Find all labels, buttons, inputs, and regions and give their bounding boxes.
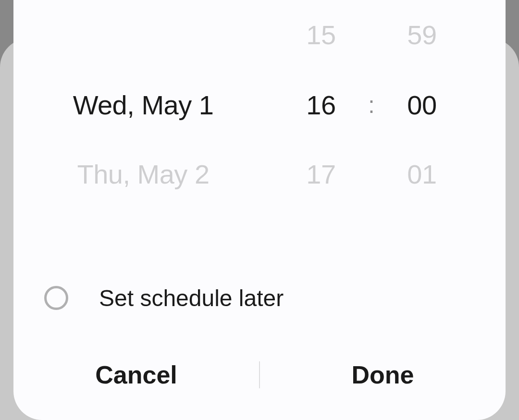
datetime-picker-sheet: 15 59 Wed, May 1 16 : 00 Thu, May 2 17 0… (13, 0, 506, 420)
minute-selected: 00 (407, 90, 436, 120)
minute-next: 01 (407, 159, 436, 189)
picker-row-prev[interactable]: 15 59 (13, 0, 506, 69)
picker-row-next[interactable]: Thu, May 2 17 01 (13, 139, 506, 209)
picker-row-selected: Wed, May 1 16 : 00 (13, 70, 506, 139)
schedule-later-label: Set schedule later (99, 285, 284, 311)
hour-selected: 16 (306, 90, 335, 120)
date-next: Thu, May 2 (77, 159, 209, 189)
date-selected: Wed, May 1 (73, 90, 214, 120)
datetime-wheel[interactable]: 15 59 Wed, May 1 16 : 00 Thu, May 2 17 0… (13, 0, 506, 250)
hour-prev: 15 (306, 20, 335, 50)
cancel-button[interactable]: Cancel (13, 360, 259, 389)
done-button[interactable]: Done (260, 360, 506, 389)
dialog-buttons: Cancel Done (13, 336, 506, 413)
schedule-later-option[interactable]: Set schedule later (13, 269, 506, 327)
hour-next: 17 (306, 159, 335, 189)
minute-prev: 59 (407, 20, 436, 50)
time-separator: : (368, 92, 374, 118)
radio-unchecked-icon[interactable] (44, 286, 68, 310)
